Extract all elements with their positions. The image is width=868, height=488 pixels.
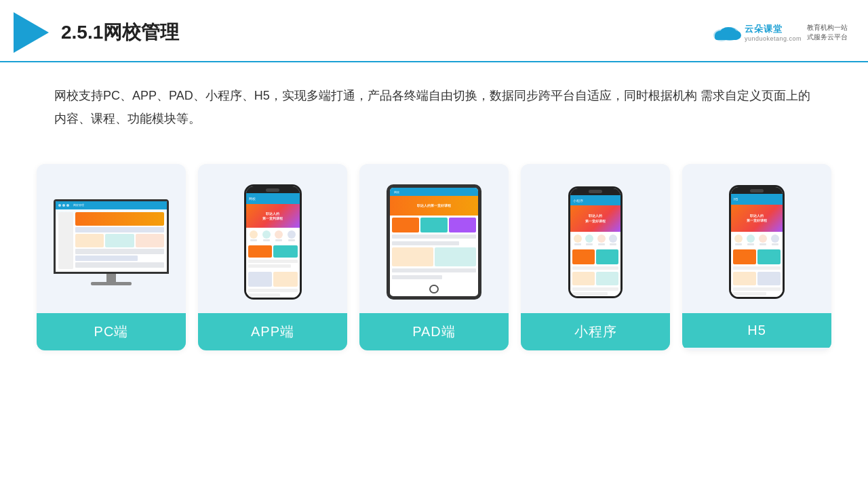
pc-screen: 网校管理	[54, 199, 169, 274]
tablet-frame: 网校 职达人的第一堂好课程	[387, 184, 481, 300]
card-pc-image: 网校管理	[37, 164, 186, 313]
tablet-mockup: 网校 职达人的第一堂好课程	[387, 184, 481, 300]
phone-mockup-app: 网校 职达人的第一堂判课程	[244, 184, 302, 300]
card-app: 网校 职达人的第一堂判课程	[198, 164, 347, 350]
platform-cards: 网校管理	[0, 150, 868, 371]
card-app-image: 网校 职达人的第一堂判课程	[198, 164, 347, 313]
phone-frame-h5: H5 职达人的第一堂好课程	[729, 185, 785, 299]
card-pc: 网校管理	[37, 164, 186, 350]
page-title: 2.5.1网校管理	[61, 20, 179, 45]
header-right: 云朵课堂 yunduoketang.com 教育机构一站式服务云平台	[711, 23, 848, 42]
svg-rect-5	[715, 34, 738, 40]
brand-icon-row: 云朵课堂 yunduoketang.com	[711, 23, 802, 42]
card-pc-label: PC端	[37, 313, 186, 350]
pc-mockup: 网校管理	[54, 199, 169, 285]
brand-name-text: 云朵课堂 yunduoketang.com	[745, 23, 802, 42]
phone-mockup-h5: H5 职达人的第一堂好课程	[729, 185, 785, 299]
phone-frame-miniapp: 小程序 职达人的第一堂好课程	[568, 186, 623, 298]
card-miniapp-image: 小程序 职达人的第一堂好课程	[521, 164, 670, 313]
card-miniapp-label: 小程序	[521, 313, 670, 350]
card-h5: H5 职达人的第一堂好课程	[682, 164, 831, 350]
header-left: 2.5.1网校管理	[14, 12, 179, 53]
logo-icon	[14, 12, 49, 53]
card-app-label: APP端	[198, 313, 347, 350]
card-h5-label: H5	[682, 313, 831, 348]
page-header: 2.5.1网校管理 云朵课堂 yunduoketang.com 教育机	[0, 0, 868, 62]
card-miniapp: 小程序 职达人的第一堂好课程	[521, 164, 670, 350]
description-text: 网校支持PC、APP、PAD、小程序、H5，实现多端打通，产品各终端自由切换，数…	[0, 62, 868, 144]
card-pad-label: PAD端	[359, 313, 509, 350]
brand-logo: 云朵课堂 yunduoketang.com	[711, 23, 802, 42]
phone-mockup-miniapp: 小程序 职达人的第一堂好课程	[568, 186, 623, 298]
brand-tagline: 教育机构一站式服务云平台	[807, 23, 848, 42]
card-h5-image: H5 职达人的第一堂好课程	[682, 164, 831, 313]
phone-frame-app: 网校 职达人的第一堂判课程	[244, 184, 302, 300]
card-pad: 网校 职达人的第一堂好课程	[359, 164, 509, 350]
cloud-icon	[711, 23, 742, 42]
card-pad-image: 网校 职达人的第一堂好课程	[359, 164, 509, 313]
